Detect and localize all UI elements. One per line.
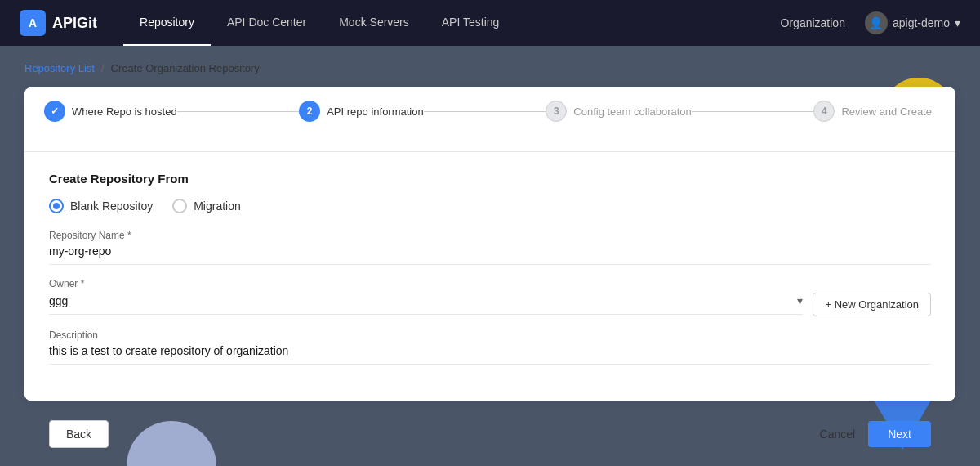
owner-row: ggg ▾ + New Organization — [49, 293, 931, 316]
user-menu[interactable]: 👤 apigt-demo ▾ — [865, 11, 960, 34]
breadcrumb-current: Create Organization Repository — [111, 62, 260, 74]
owner-value: ggg — [49, 294, 68, 307]
form-card: Create Repository From Blank Repositoy M… — [24, 151, 956, 401]
form-footer: Back Cancel Next — [24, 420, 956, 448]
radio-migration-label: Migration — [194, 199, 241, 213]
step-1-label: Where Repo is hosted — [72, 105, 177, 118]
stepper: ✓ Where Repo is hosted 2 API repo inform… — [24, 87, 956, 135]
description-value[interactable]: this is a test to create repository of o… — [49, 344, 931, 365]
radio-btn-blank[interactable] — [49, 199, 64, 213]
description-label: Description — [49, 329, 931, 341]
breadcrumb-separator: / — [101, 62, 105, 74]
organization-link[interactable]: Organization — [781, 16, 845, 29]
nav-links: Repository API Doc Center Mock Servers A… — [123, 0, 781, 46]
owner-select[interactable]: ggg ▾ — [49, 294, 803, 315]
description-field: Description this is a test to create rep… — [49, 329, 931, 365]
step-1: ✓ Where Repo is hosted — [44, 101, 177, 122]
back-button[interactable]: Back — [49, 420, 109, 448]
breadcrumb: Repository List / Create Organization Re… — [24, 62, 956, 74]
radio-btn-migration[interactable] — [172, 199, 187, 213]
user-avatar: 👤 — [865, 11, 888, 34]
step-connector-2 — [424, 111, 546, 112]
step-3: 3 Config team collaboraton — [546, 101, 692, 122]
repo-name-field: Repository Name * my-org-repo — [49, 230, 931, 265]
breadcrumb-link[interactable]: Repository List — [24, 62, 95, 74]
cancel-button[interactable]: Cancel — [820, 428, 856, 441]
brand-name: APIGit — [52, 15, 97, 32]
step-4-circle: 4 — [813, 101, 835, 122]
nav-mock-servers[interactable]: Mock Servers — [323, 0, 425, 46]
brand-logo: A — [20, 10, 46, 36]
nav-right: Organization 👤 apigt-demo ▾ — [781, 11, 960, 34]
main-content: Repository List / Create Organization Re… — [0, 46, 980, 464]
nav-repository[interactable]: Repository — [123, 0, 211, 46]
radio-migration[interactable]: Migration — [172, 199, 241, 213]
radio-blank-repo[interactable]: Blank Repositoy — [49, 199, 153, 213]
radio-group: Blank Repositoy Migration — [49, 199, 931, 213]
step-connector-3 — [692, 111, 814, 112]
step-1-circle: ✓ — [44, 101, 65, 122]
repo-name-value[interactable]: my-org-repo — [49, 244, 931, 265]
owner-chevron-icon: ▾ — [797, 294, 803, 307]
step-4-label: Review and Create — [841, 105, 932, 118]
new-organization-button[interactable]: + New Organization — [813, 293, 931, 316]
step-2-circle: 2 — [299, 101, 320, 122]
user-chevron-icon: ▾ — [955, 16, 960, 29]
brand[interactable]: A APIGit — [20, 10, 97, 36]
step-3-circle: 3 — [546, 101, 567, 122]
step-connector-1 — [177, 111, 300, 112]
step-2-label: API repo information — [327, 105, 424, 118]
step-4: 4 Review and Create — [813, 101, 936, 122]
step-2: 2 API repo information — [299, 101, 424, 122]
nav-api-doc[interactable]: API Doc Center — [211, 0, 323, 46]
nav-api-testing[interactable]: API Testing — [425, 0, 516, 46]
stepper-form-card: ✓ Where Repo is hosted 2 API repo inform… — [24, 87, 956, 401]
step-3-label: Config team collaboraton — [573, 105, 692, 118]
footer-right-buttons: Cancel Next — [820, 421, 931, 447]
owner-field: Owner * ggg ▾ + New Organization — [49, 278, 931, 316]
username: apigt-demo — [893, 16, 950, 29]
form-section-title: Create Repository From — [49, 172, 931, 186]
navbar: A APIGit Repository API Doc Center Mock … — [0, 0, 980, 46]
repo-name-label: Repository Name * — [49, 230, 931, 241]
owner-label: Owner * — [49, 278, 931, 289]
next-button[interactable]: Next — [868, 421, 931, 447]
radio-blank-label: Blank Repositoy — [70, 199, 153, 213]
